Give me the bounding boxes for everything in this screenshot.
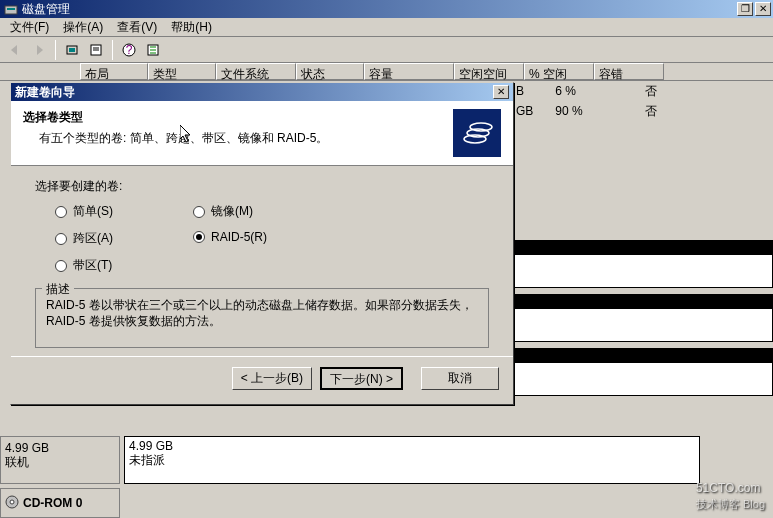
col-capacity[interactable]: 容量: [364, 63, 454, 80]
wizard-banner-icon: [453, 109, 501, 157]
grid-header: 布局 类型 文件系统 状态 容量 空闲空间 % 空闲 容错: [0, 63, 773, 81]
table-row[interactable]: MB6 %否: [496, 83, 667, 101]
disk-row: 4.99 GB 联机 4.99 GB 未指派: [0, 436, 700, 484]
menu-file[interactable]: 文件(F): [4, 17, 55, 38]
dialog-buttons: < 上一步(B) 下一步(N) > 取消: [11, 356, 513, 404]
col-status[interactable]: 状态: [296, 63, 364, 80]
dialog-close-button[interactable]: ✕: [493, 85, 509, 99]
dialog-header-title: 选择卷类型: [23, 110, 83, 124]
menu-bar: 文件(F) 操作(A) 查看(V) 帮助(H): [0, 18, 773, 37]
menu-action[interactable]: 操作(A): [57, 17, 109, 38]
cdrom-icon: [5, 495, 19, 512]
help-button[interactable]: ?: [118, 39, 140, 61]
radio-mirror[interactable]: 镜像(M): [193, 203, 267, 220]
window-title: 磁盘管理: [22, 1, 70, 18]
description-label: 描述: [42, 281, 74, 298]
col-layout[interactable]: 布局: [80, 63, 148, 80]
restore-button[interactable]: ❐: [737, 2, 753, 16]
close-button[interactable]: ✕: [755, 2, 771, 16]
description-groupbox: 描述 RAID-5 卷以带状在三个或三个以上的动态磁盘上储存数据。如果部分数据丢…: [35, 288, 489, 348]
svg-point-11: [10, 500, 14, 504]
table-row[interactable]: 1 GB90 %否: [496, 103, 667, 121]
col-type[interactable]: 类型: [148, 63, 216, 80]
radio-spanned[interactable]: 跨区(A): [55, 230, 113, 247]
svg-rect-1: [7, 8, 15, 10]
disk-mgmt-icon: [4, 2, 18, 16]
col-free[interactable]: 空闲空间: [454, 63, 524, 80]
main-titlebar: 磁盘管理: [0, 0, 773, 18]
cancel-button[interactable]: 取消: [421, 367, 499, 390]
description-text: RAID-5 卷以带状在三个或三个以上的动态磁盘上储存数据。如果部分数据丢失，R…: [46, 297, 478, 329]
radio-raid5[interactable]: RAID-5(R): [193, 230, 267, 244]
col-fault[interactable]: 容错: [594, 63, 664, 80]
toolbar: ?: [0, 37, 773, 63]
volume-list: MB6 %否 1 GB90 %否: [494, 81, 669, 123]
back-button[interactable]: < 上一步(B): [232, 367, 312, 390]
menu-view[interactable]: 查看(V): [111, 17, 163, 38]
dialog-titlebar: 新建卷向导 ✕: [11, 83, 513, 101]
radio-striped[interactable]: 带区(T): [55, 257, 113, 274]
svg-rect-3: [69, 48, 75, 52]
col-fs[interactable]: 文件系统: [216, 63, 296, 80]
watermark: 51CTO.com 技术博客 Blog: [696, 474, 765, 512]
cdrom-row: CD-ROM 0: [0, 488, 700, 518]
next-button[interactable]: 下一步(N) >: [320, 367, 403, 390]
disk-volume[interactable]: 4.99 GB 未指派: [124, 436, 700, 484]
dialog-header: 选择卷类型 有五个类型的卷: 简单、跨越、带区、镜像和 RAID-5。: [11, 101, 513, 166]
properties-button[interactable]: [85, 39, 107, 61]
radio-simple[interactable]: 简单(S): [55, 203, 113, 220]
cdrom-info[interactable]: CD-ROM 0: [0, 488, 120, 518]
dialog-header-desc: 有五个类型的卷: 简单、跨越、带区、镜像和 RAID-5。: [39, 130, 328, 147]
select-volume-label: 选择要创建的卷:: [35, 178, 489, 195]
window-controls: ❐ ✕: [737, 2, 771, 16]
menu-help[interactable]: 帮助(H): [165, 17, 218, 38]
forward-button: [28, 39, 50, 61]
disk-info[interactable]: 4.99 GB 联机: [0, 436, 120, 484]
refresh-button[interactable]: [61, 39, 83, 61]
settings-button[interactable]: [142, 39, 164, 61]
dialog-title: 新建卷向导: [15, 84, 75, 101]
dialog-body: 选择要创建的卷: 简单(S) 跨区(A) 带区(T) 镜像(M) RAID-5(…: [11, 166, 513, 356]
col-pctfree[interactable]: % 空闲: [524, 63, 594, 80]
back-button: [4, 39, 26, 61]
new-volume-wizard-dialog: 新建卷向导 ✕ 选择卷类型 有五个类型的卷: 简单、跨越、带区、镜像和 RAID…: [10, 82, 514, 405]
svg-text:?: ?: [126, 43, 133, 57]
